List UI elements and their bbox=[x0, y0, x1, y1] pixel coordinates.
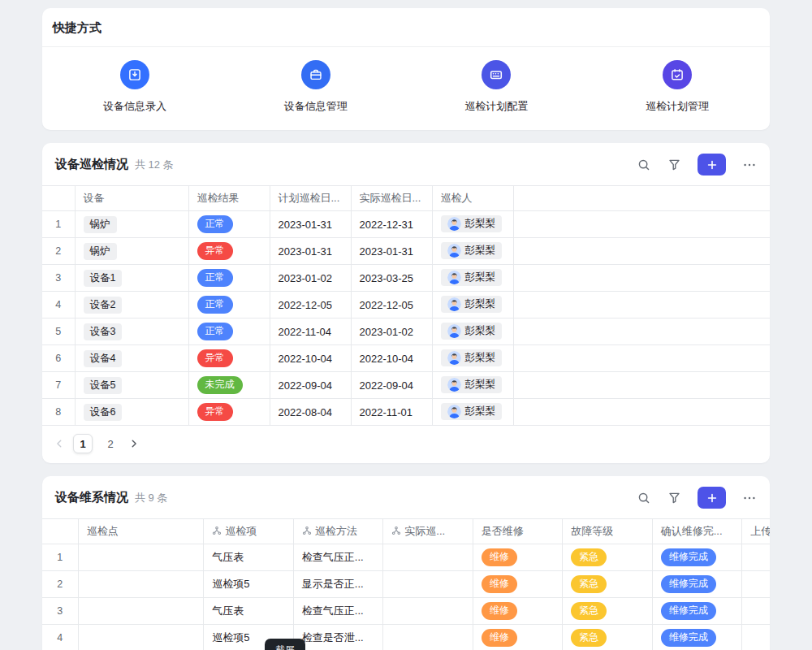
cell-method[interactable]: 检查气压正... bbox=[293, 598, 382, 625]
cell-planned[interactable]: 2023-01-31 bbox=[270, 211, 351, 238]
person-chip[interactable]: 彭梨梨 bbox=[441, 376, 503, 393]
record-chip[interactable]: 设备2 bbox=[84, 297, 123, 314]
cell-upload[interactable] bbox=[742, 625, 770, 650]
search-icon[interactable] bbox=[637, 491, 651, 505]
cell-result[interactable]: 正常 bbox=[188, 318, 270, 345]
column-header-level[interactable]: 故障等级 bbox=[563, 519, 652, 544]
cell-num[interactable]: 3 bbox=[42, 598, 78, 625]
cell-point[interactable] bbox=[78, 625, 204, 650]
cell-num[interactable]: 2 bbox=[42, 571, 78, 598]
column-header-result[interactable]: 巡检结果 bbox=[188, 186, 270, 211]
cell-level[interactable]: 紧急 bbox=[563, 544, 652, 571]
cell-upload[interactable] bbox=[742, 598, 770, 625]
record-chip[interactable]: 设备6 bbox=[84, 404, 123, 421]
status-badge[interactable]: 紧急 bbox=[571, 629, 607, 647]
status-badge[interactable]: 维修 bbox=[482, 575, 517, 593]
status-badge[interactable]: 异常 bbox=[197, 403, 233, 421]
cell-inspector[interactable]: 彭梨梨 bbox=[432, 318, 513, 345]
cell-point[interactable] bbox=[78, 544, 204, 571]
record-chip[interactable]: 设备3 bbox=[84, 323, 123, 340]
column-header-confirm[interactable]: 确认维修完... bbox=[652, 519, 741, 544]
column-header-actual[interactable]: 实际巡检日... bbox=[351, 186, 432, 211]
cell-device[interactable]: 设备2 bbox=[75, 292, 188, 318]
record-chip[interactable]: 设备5 bbox=[84, 377, 123, 394]
column-header-repair[interactable]: 是否维修 bbox=[473, 519, 562, 544]
person-chip[interactable]: 彭梨梨 bbox=[441, 296, 503, 313]
cell-upload[interactable] bbox=[742, 544, 770, 571]
status-badge[interactable]: 正常 bbox=[197, 296, 233, 314]
cell-actual[interactable]: 2023-01-02 bbox=[351, 318, 432, 345]
cell-result[interactable]: 正常 bbox=[188, 265, 270, 292]
person-chip[interactable]: 彭梨梨 bbox=[441, 323, 503, 340]
person-chip[interactable]: 彭梨梨 bbox=[441, 242, 503, 259]
cell-device[interactable]: 设备6 bbox=[75, 399, 188, 426]
cell-inspector[interactable]: 彭梨梨 bbox=[432, 345, 513, 372]
cell-level[interactable]: 紧急 bbox=[563, 625, 652, 650]
more-icon[interactable] bbox=[742, 491, 757, 505]
column-header-item[interactable]: 巡检项 bbox=[204, 519, 293, 544]
cell-device[interactable]: 锅炉 bbox=[75, 211, 188, 238]
column-header-method[interactable]: 巡检方法 bbox=[293, 519, 382, 544]
add-record-button[interactable] bbox=[698, 154, 726, 176]
column-header-upload[interactable]: 上传维修结... bbox=[742, 519, 770, 544]
cell-device[interactable]: 设备4 bbox=[75, 345, 188, 372]
cell-actual[interactable]: 2023-01-31 bbox=[351, 238, 432, 265]
cell-actual[interactable]: 2023-03-25 bbox=[351, 265, 432, 292]
cell-planned[interactable]: 2022-08-04 bbox=[270, 399, 351, 426]
cell-num[interactable]: 2 bbox=[42, 238, 75, 265]
cell-actual[interactable]: 2022-12-05 bbox=[351, 292, 432, 318]
cell-actual[interactable] bbox=[383, 598, 473, 625]
column-header-actual[interactable]: 实际巡... bbox=[383, 519, 473, 544]
cell-item[interactable]: 巡检项5 bbox=[204, 571, 293, 598]
cell-item[interactable]: 气压表 bbox=[204, 544, 293, 571]
filter-icon[interactable] bbox=[667, 158, 681, 171]
cell-planned[interactable]: 2023-01-31 bbox=[270, 238, 351, 265]
cell-num[interactable]: 7 bbox=[42, 372, 75, 399]
cell-actual[interactable] bbox=[383, 571, 473, 598]
cell-confirm[interactable]: 维修完成 bbox=[652, 571, 741, 598]
cell-inspector[interactable]: 彭梨梨 bbox=[432, 372, 513, 399]
cell-device[interactable]: 设备1 bbox=[75, 265, 188, 292]
cell-point[interactable] bbox=[78, 571, 204, 598]
cell-inspector[interactable]: 彭梨梨 bbox=[432, 238, 513, 265]
cell-actual[interactable] bbox=[383, 625, 473, 650]
person-chip[interactable]: 彭梨梨 bbox=[441, 269, 503, 286]
cell-num[interactable]: 1 bbox=[42, 211, 75, 238]
cell-num[interactable]: 1 bbox=[42, 544, 78, 571]
page-button-2[interactable]: 2 bbox=[101, 434, 120, 453]
cell-method[interactable]: 检查气压正... bbox=[293, 544, 382, 571]
status-badge[interactable]: 紧急 bbox=[571, 548, 607, 566]
cell-planned[interactable]: 2022-09-04 bbox=[270, 372, 351, 399]
cell-confirm[interactable]: 维修完成 bbox=[652, 625, 741, 650]
status-badge[interactable]: 维修 bbox=[482, 548, 517, 566]
shortcut-plan-config[interactable]: 巡检计划配置 bbox=[464, 60, 528, 114]
column-header-device[interactable]: 设备 bbox=[75, 186, 188, 211]
cell-inspector[interactable]: 彭梨梨 bbox=[432, 399, 513, 426]
cell-num[interactable]: 4 bbox=[42, 292, 75, 318]
cell-confirm[interactable]: 维修完成 bbox=[652, 544, 741, 571]
cell-inspector[interactable]: 彭梨梨 bbox=[432, 211, 513, 238]
cell-repair[interactable]: 维修 bbox=[473, 571, 562, 598]
filter-icon[interactable] bbox=[667, 491, 681, 505]
cell-result[interactable]: 异常 bbox=[188, 238, 270, 265]
status-badge[interactable]: 异常 bbox=[197, 242, 233, 260]
cell-repair[interactable]: 维修 bbox=[473, 598, 562, 625]
status-badge[interactable]: 未完成 bbox=[197, 376, 243, 394]
add-record-button[interactable] bbox=[698, 487, 726, 509]
cell-device[interactable]: 设备5 bbox=[75, 372, 188, 399]
cell-method[interactable]: 显示是否正... bbox=[293, 571, 382, 598]
status-badge[interactable]: 维修 bbox=[482, 602, 517, 620]
person-chip[interactable]: 彭梨梨 bbox=[441, 349, 503, 366]
record-chip[interactable]: 锅炉 bbox=[84, 216, 117, 233]
search-icon[interactable] bbox=[637, 158, 651, 172]
cell-actual[interactable] bbox=[383, 544, 473, 571]
status-badge[interactable]: 紧急 bbox=[571, 575, 607, 593]
cell-result[interactable]: 未完成 bbox=[188, 372, 270, 399]
status-badge[interactable]: 异常 bbox=[197, 349, 233, 367]
cell-actual[interactable]: 2022-09-04 bbox=[351, 372, 432, 399]
cell-item[interactable]: 气压表 bbox=[204, 598, 293, 625]
cell-actual[interactable]: 2022-12-31 bbox=[351, 211, 432, 238]
cell-level[interactable]: 紧急 bbox=[563, 598, 652, 625]
column-header-point[interactable]: 巡检点 bbox=[78, 519, 204, 544]
status-badge[interactable]: 正常 bbox=[197, 215, 233, 233]
